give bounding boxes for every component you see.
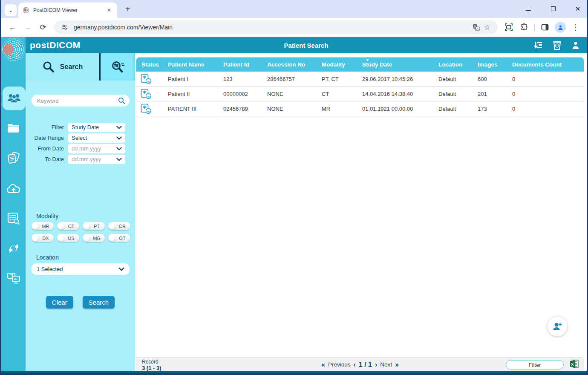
table-row[interactable]: Patient II 00000002 NONE CT 14.04.2016 1… (136, 87, 584, 101)
menu-kebab-icon[interactable]: ⋮ (569, 20, 582, 34)
modality-toggle-dx[interactable]: DX (32, 234, 54, 242)
browser-toolbar: ← → ⟳ germany.postdicom.com/Viewer/Main … (1, 18, 587, 37)
page-title: Patient Search (26, 42, 587, 49)
col-modality[interactable]: Modality (322, 58, 362, 72)
minimize-button[interactable] (522, 3, 535, 14)
date-range-select[interactable]: Select (68, 133, 125, 143)
url-text[interactable]: germany.postdicom.com/Viewer/Main (74, 24, 470, 31)
maximize-button[interactable] (547, 3, 559, 14)
translate-icon[interactable]: あA (470, 22, 481, 33)
modality-toggle-ot[interactable]: OT (108, 234, 130, 242)
table-row[interactable]: PATIENT III 02456789 NONE MR 01.01.1921 … (136, 101, 584, 116)
address-bar[interactable]: germany.postdicom.com/Viewer/Main あA ☆ (54, 20, 498, 34)
filter-section: Filter Study Date Date Range Select From… (26, 122, 135, 165)
from-date-label: From Date (26, 145, 68, 152)
to-date-select[interactable]: dd.mm.yyyy (68, 155, 125, 164)
location-select[interactable]: 1 Selected (32, 263, 130, 275)
search-button[interactable]: Search (83, 296, 115, 309)
profile-avatar[interactable] (553, 20, 567, 34)
toggle-knob (109, 222, 116, 230)
next-page-icon[interactable]: › (375, 361, 377, 369)
col-documents-count[interactable]: Documents Count (512, 58, 584, 72)
col-patient-name[interactable]: Patient Name (168, 58, 223, 72)
minimize-icon (526, 10, 531, 11)
browser-window: ⌄ PostDICOM Viewer ✕ + ✕ ← → ⟳ germany.p… (0, 0, 588, 375)
modality-toggle-us[interactable]: US (57, 234, 79, 242)
modality-toggle-mg[interactable]: MG (83, 234, 105, 242)
site-settings-icon[interactable] (59, 22, 70, 33)
modality-toggle-cr[interactable]: CR (108, 222, 130, 230)
bookmark-star-icon[interactable]: ☆ (481, 22, 493, 33)
sidebar-item-order-search[interactable] (1, 207, 26, 231)
sidebar-item-folders[interactable] (1, 116, 26, 140)
col-patient-id[interactable]: Patient Id (223, 58, 267, 72)
col-status[interactable]: Status (136, 58, 168, 72)
search-icon (42, 61, 55, 73)
export-excel-icon[interactable]: X (570, 359, 579, 370)
next-button[interactable]: Next (380, 361, 392, 368)
recycle-bin-icon[interactable] (552, 40, 562, 50)
browser-tab[interactable]: PostDICOM Viewer ✕ (18, 3, 117, 18)
sidebar-item-cloud-upload[interactable] (1, 177, 26, 201)
col-study-date[interactable]: ▼Study Date (362, 58, 438, 72)
col-location[interactable]: Location (438, 58, 478, 72)
download-queue-icon[interactable] (533, 40, 543, 50)
tab-search-chevron-icon[interactable]: ⌄ (5, 4, 17, 16)
table-row[interactable]: Patient I 123 286466757 PT, CT 29.06.201… (136, 72, 584, 87)
sidebar-item-sync[interactable] (1, 237, 26, 260)
chevron-down-icon (118, 267, 124, 271)
from-date-select[interactable]: dd.mm.yyyy (68, 144, 125, 153)
sort-descending-icon: ▼ (366, 58, 369, 62)
advanced-search-icon (111, 61, 125, 73)
tab-advanced-search[interactable] (101, 53, 135, 81)
chevron-down-icon (116, 136, 122, 140)
modality-options: MR CT PT CR DX US MG OT (32, 222, 130, 242)
forward-icon[interactable]: → (21, 20, 35, 34)
back-icon[interactable]: ← (6, 20, 19, 34)
chevron-down-icon (116, 158, 122, 161)
svg-text:X: X (571, 362, 574, 366)
favicon (23, 7, 29, 14)
screen-capture-icon[interactable] (502, 20, 516, 34)
modality-toggle-mr[interactable]: MR (32, 222, 54, 230)
filter-label: Filter (26, 124, 68, 130)
sidebar-item-remote-transfer[interactable] (1, 266, 26, 290)
to-date-label: To Date (26, 156, 68, 162)
toolbar-divider (534, 23, 535, 31)
sidebar-item-patient-search[interactable] (3, 87, 26, 110)
keyword-input[interactable] (37, 98, 118, 104)
toggle-knob (32, 234, 39, 242)
tab-close-icon[interactable]: ✕ (105, 6, 113, 14)
clear-button[interactable]: Clear (46, 296, 73, 309)
filter-select[interactable]: Study Date (68, 123, 125, 132)
side-panel-icon[interactable] (538, 20, 552, 34)
chevron-down-icon (116, 147, 122, 150)
filter-button[interactable]: Filter (506, 360, 564, 369)
toggle-knob (83, 234, 90, 242)
keyword-search-icon[interactable] (118, 97, 125, 104)
close-button[interactable]: ✕ (571, 3, 584, 14)
toggle-knob (58, 234, 65, 242)
study-status-icon (141, 89, 152, 99)
add-patient-fab[interactable] (548, 317, 567, 336)
postdicom-app: postDICOM Patient Search (1, 37, 587, 373)
tab-basic-search[interactable]: Search (26, 53, 99, 81)
modality-toggle-ct[interactable]: CT (57, 222, 79, 230)
reload-icon[interactable]: ⟳ (36, 20, 50, 34)
col-accession-no[interactable]: Accession No (267, 58, 322, 72)
new-tab-button[interactable]: + (122, 3, 133, 14)
first-page-icon[interactable]: « (321, 361, 325, 369)
last-page-icon[interactable]: » (395, 361, 399, 369)
keyword-field-wrap (32, 95, 130, 107)
tab-title: PostDICOM Viewer (33, 7, 105, 13)
previous-button[interactable]: Previous (328, 361, 351, 368)
previous-page-icon[interactable]: ‹ (353, 361, 355, 369)
postdicom-brain-logo (2, 38, 25, 61)
extensions-icon[interactable] (517, 20, 531, 34)
account-icon[interactable] (571, 40, 581, 50)
date-range-label: Date Range (26, 135, 68, 141)
sidebar-item-dicom-files[interactable] (1, 146, 26, 170)
modality-toggle-pt[interactable]: PT (83, 222, 105, 230)
col-images[interactable]: Images (478, 58, 512, 72)
table-header-row: Status Patient Name Patient Id Accession… (136, 58, 584, 72)
